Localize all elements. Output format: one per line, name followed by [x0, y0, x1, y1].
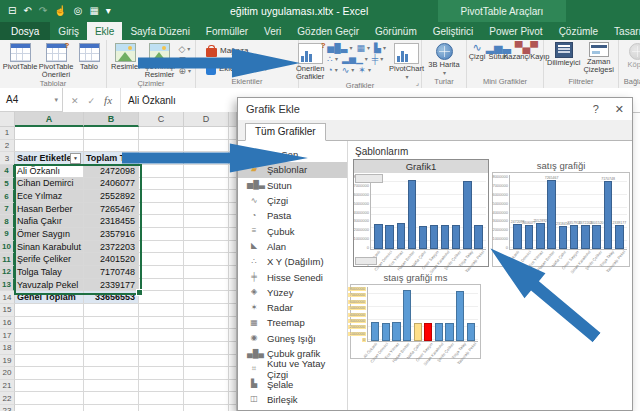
cell-E1[interactable]	[229, 127, 237, 140]
cell-C5[interactable]	[139, 178, 184, 191]
cell-D16[interactable]	[184, 317, 229, 330]
row-header-4[interactable]: 4	[0, 165, 15, 178]
sidebar-item-hisse-senedi[interactable]: ╪Hisse Senedi	[238, 269, 347, 284]
name-box-dropdown-icon[interactable]: ▾	[54, 96, 62, 104]
tab-giri-[interactable]: Giriş	[50, 22, 87, 40]
sparkline-winloss-button[interactable]: ▀▄▀ Kazanç/Kayıp	[511, 42, 541, 61]
pivottable-button[interactable]: PivotTable	[3, 42, 37, 71]
cell-E15[interactable]	[229, 304, 237, 317]
tab-sayfa-d-zeni[interactable]: Sayfa Düzeni	[122, 22, 197, 40]
cell-D9[interactable]	[184, 228, 229, 241]
cell-C13[interactable]	[139, 279, 184, 292]
cell-D13[interactable]	[184, 279, 229, 292]
hyperlink-button[interactable]: Köprü	[622, 42, 640, 69]
tab-dosya[interactable]: Dosya	[0, 22, 50, 40]
sidebar-item-treemap[interactable]: ▦Treemap	[238, 315, 347, 330]
cell-A16[interactable]	[15, 317, 84, 330]
cell-E22[interactable]	[229, 392, 237, 405]
cell-B10[interactable]: 2372203	[84, 241, 139, 254]
cell-E23[interactable]	[229, 405, 237, 411]
row-header-5[interactable]: 5	[0, 178, 15, 191]
cell-E9[interactable]	[229, 228, 237, 241]
cell-E5[interactable]	[229, 178, 237, 191]
row-header-22[interactable]: 22	[0, 392, 15, 405]
cell-E19[interactable]	[229, 355, 237, 368]
row-header-1[interactable]: 1	[0, 127, 15, 140]
cell-A23[interactable]	[15, 405, 84, 411]
charts-dialog-launcher[interactable]: ⌟	[416, 79, 419, 87]
cell-C23[interactable]	[139, 405, 184, 411]
cell-A22[interactable]	[15, 392, 84, 405]
cell-B21[interactable]	[84, 380, 139, 393]
cell-A9[interactable]: Ömer Saygın	[15, 228, 84, 241]
recommended-pivottables-button[interactable]: ? PivotTable Önerileri	[39, 42, 73, 79]
cell-D21[interactable]	[184, 380, 229, 393]
cell-E12[interactable]	[229, 266, 237, 279]
chart-template-stais-grafigi-ms[interactable]: staış grafiği ms800000070000006000000500…	[350, 271, 481, 359]
cell-C20[interactable]	[139, 367, 184, 380]
cell-A8[interactable]: Nafia Çakır	[15, 215, 84, 228]
cell-D11[interactable]	[184, 253, 229, 266]
sidebar-item--izgi[interactable]: ∿Çizgi	[238, 193, 347, 208]
cell-A19[interactable]	[15, 355, 84, 368]
customize-quick-access-icon[interactable]: ▾	[106, 6, 111, 16]
cell-B2[interactable]	[84, 140, 139, 153]
cell-C18[interactable]	[139, 342, 184, 355]
cell-C16[interactable]	[139, 317, 184, 330]
cell-C21[interactable]	[139, 380, 184, 393]
help-icon[interactable]: ?	[593, 103, 599, 116]
cell-C19[interactable]	[139, 355, 184, 368]
row-header-16[interactable]: 16	[0, 317, 15, 330]
cell-B14[interactable]: 33656553	[84, 291, 139, 304]
sidebar-item-x-y-da-l-m-[interactable]: ∴X Y (Dağılım)	[238, 254, 347, 269]
cell-B15[interactable]	[84, 304, 139, 317]
row-header-3[interactable]: 3	[0, 152, 15, 165]
insert-waterfall-chart-button[interactable]: ▙	[373, 43, 387, 53]
cell-D2[interactable]	[184, 140, 229, 153]
column-header-partial[interactable]	[229, 112, 237, 127]
cell-B6[interactable]: 2552892	[84, 190, 139, 203]
cell-C17[interactable]	[139, 329, 184, 342]
pivot-filter-dropdown-icon[interactable]: ▼	[70, 153, 81, 164]
tab-ekle[interactable]: Ekle	[87, 22, 122, 40]
cell-D14[interactable]	[184, 291, 229, 304]
undo-icon[interactable]: ↶	[23, 6, 31, 16]
row-header-7[interactable]: 7	[0, 203, 15, 216]
cell-C11[interactable]	[139, 253, 184, 266]
name-box[interactable]: A4 ▾	[0, 88, 63, 112]
row-header-15[interactable]: 15	[0, 304, 15, 317]
save-icon[interactable]: ⊟	[8, 6, 16, 16]
chart-template-satis-grafigi[interactable]: satış grafiği800000070000006000000500000…	[492, 159, 630, 267]
row-header-10[interactable]: 10	[0, 241, 15, 254]
cell-B23[interactable]	[84, 405, 139, 411]
cell-C4[interactable]	[139, 165, 184, 178]
insert-column-chart-button[interactable]: ▅█▃	[326, 43, 353, 53]
row-header-6[interactable]: 6	[0, 190, 15, 203]
cell-B12[interactable]: 7170748	[84, 266, 139, 279]
tab--z-mle[interactable]: Çözümle	[551, 22, 606, 40]
cell-E14[interactable]	[229, 291, 237, 304]
sidebar-item-y-zey[interactable]: ◈Yüzey	[238, 285, 347, 300]
cell-E21[interactable]	[229, 380, 237, 393]
cell-D15[interactable]	[184, 304, 229, 317]
cell-D4[interactable]	[184, 165, 229, 178]
cell-C1[interactable]	[139, 127, 184, 140]
enter-formula-icon[interactable]	[88, 95, 96, 106]
row-header-2[interactable]: 2	[0, 140, 15, 153]
cell-A1[interactable]	[15, 127, 84, 140]
cell-A4[interactable]: Ali Özkanlı	[15, 165, 84, 178]
cell-A5[interactable]: Cihan Demirci	[15, 178, 84, 191]
row-header-11[interactable]: 11	[0, 253, 15, 266]
cell-E17[interactable]	[229, 329, 237, 342]
cell-E11[interactable]	[229, 253, 237, 266]
shapes-button[interactable]: ◇	[177, 44, 192, 54]
sparkline-line-button[interactable]: ∿ Çizgi	[469, 42, 486, 61]
cell-B22[interactable]	[84, 392, 139, 405]
pivotchart-button[interactable]: PivotChart	[389, 42, 424, 80]
insert-line-chart-button[interactable]: ∿	[341, 65, 356, 75]
column-header-D[interactable]: D	[184, 112, 229, 127]
cell-C2[interactable]	[139, 140, 184, 153]
cell-D1[interactable]	[184, 127, 229, 140]
insert-radar-chart-button[interactable]: ✶	[357, 65, 372, 75]
row-header-13[interactable]: 13	[0, 279, 15, 292]
